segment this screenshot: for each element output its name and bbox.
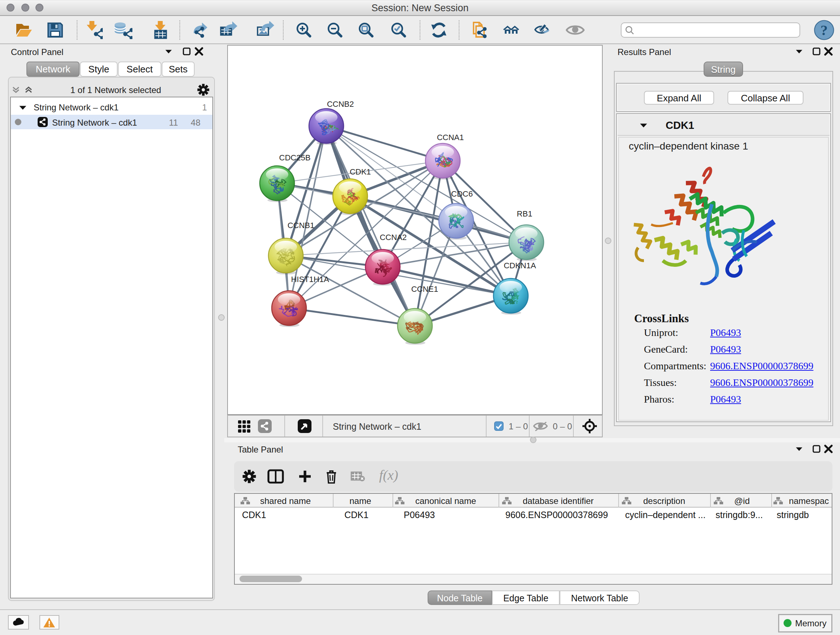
svg-text:CCNB2: CCNB2: [327, 100, 354, 109]
svg-text:CCNE1: CCNE1: [411, 285, 439, 294]
svg-text:CDC25B: CDC25B: [279, 153, 311, 162]
svg-text:RB1: RB1: [517, 209, 532, 218]
svg-text:CDC6: CDC6: [451, 189, 473, 198]
svg-text:CCNA1: CCNA1: [437, 133, 464, 142]
svg-text:CCNB1: CCNB1: [287, 221, 315, 230]
svg-text:CDK1: CDK1: [350, 167, 371, 176]
svg-text:?: ?: [821, 22, 828, 38]
svg-text:HIST1H1A: HIST1H1A: [291, 275, 329, 284]
svg-text:CDKN1A: CDKN1A: [504, 261, 536, 270]
svg-text:CCNA2: CCNA2: [380, 233, 407, 242]
